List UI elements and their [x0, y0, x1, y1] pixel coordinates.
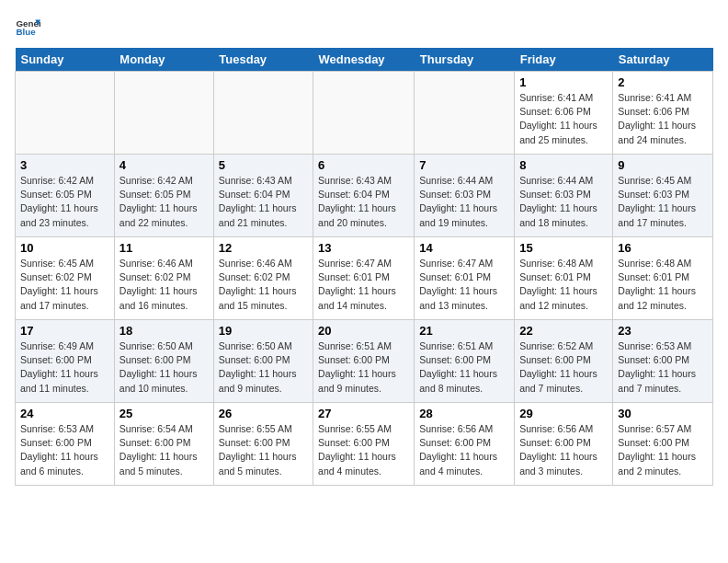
logo-icon: General Blue — [15, 15, 40, 40]
weekday-header-row: SundayMondayTuesdayWednesdayThursdayFrid… — [16, 48, 713, 72]
day-info: Sunrise: 6:50 AM Sunset: 6:00 PM Dayligh… — [119, 339, 209, 396]
day-number: 19 — [219, 324, 308, 338]
day-info: Sunrise: 6:48 AM Sunset: 6:01 PM Dayligh… — [519, 257, 608, 313]
calendar-cell: 26Sunrise: 6:55 AM Sunset: 6:00 PM Dayli… — [213, 403, 313, 486]
calendar-cell: 28Sunrise: 6:56 AM Sunset: 6:00 PM Dayli… — [415, 403, 515, 486]
weekday-header-wednesday: Wednesday — [313, 48, 415, 72]
day-number: 6 — [318, 158, 409, 172]
day-info: Sunrise: 6:52 AM Sunset: 6:00 PM Dayligh… — [519, 339, 608, 396]
calendar-cell: 10Sunrise: 6:45 AM Sunset: 6:02 PM Dayli… — [16, 237, 115, 320]
day-number: 29 — [519, 407, 608, 420]
day-info: Sunrise: 6:41 AM Sunset: 6:06 PM Dayligh… — [519, 91, 608, 147]
day-number: 2 — [618, 75, 708, 89]
week-row-4: 17Sunrise: 6:49 AM Sunset: 6:00 PM Dayli… — [16, 320, 713, 403]
weekday-header-sunday: Sunday — [16, 48, 115, 72]
calendar-cell: 12Sunrise: 6:46 AM Sunset: 6:02 PM Dayli… — [213, 237, 313, 320]
day-number: 27 — [318, 407, 409, 420]
calendar-cell: 19Sunrise: 6:50 AM Sunset: 6:00 PM Dayli… — [213, 320, 313, 403]
day-number: 10 — [20, 241, 109, 255]
weekday-header-monday: Monday — [114, 48, 213, 72]
day-info: Sunrise: 6:47 AM Sunset: 6:01 PM Dayligh… — [318, 257, 409, 313]
calendar-cell — [415, 72, 515, 155]
calendar-cell: 20Sunrise: 6:51 AM Sunset: 6:00 PM Dayli… — [313, 320, 415, 403]
week-row-5: 24Sunrise: 6:53 AM Sunset: 6:00 PM Dayli… — [16, 403, 713, 486]
day-info: Sunrise: 6:55 AM Sunset: 6:00 PM Dayligh… — [318, 422, 409, 478]
day-info: Sunrise: 6:42 AM Sunset: 6:05 PM Dayligh… — [119, 174, 209, 230]
calendar-cell: 16Sunrise: 6:48 AM Sunset: 6:01 PM Dayli… — [613, 237, 713, 320]
day-info: Sunrise: 6:53 AM Sunset: 6:00 PM Dayligh… — [20, 422, 109, 478]
week-row-1: 1Sunrise: 6:41 AM Sunset: 6:06 PM Daylig… — [16, 72, 713, 155]
day-number: 24 — [20, 407, 109, 420]
day-info: Sunrise: 6:49 AM Sunset: 6:00 PM Dayligh… — [20, 339, 109, 396]
day-info: Sunrise: 6:44 AM Sunset: 6:03 PM Dayligh… — [419, 174, 509, 230]
calendar-cell: 22Sunrise: 6:52 AM Sunset: 6:00 PM Dayli… — [515, 320, 613, 403]
calendar-cell: 25Sunrise: 6:54 AM Sunset: 6:00 PM Dayli… — [114, 403, 213, 486]
calendar-cell — [213, 72, 313, 155]
day-info: Sunrise: 6:45 AM Sunset: 6:02 PM Dayligh… — [20, 257, 109, 313]
calendar-cell: 1Sunrise: 6:41 AM Sunset: 6:06 PM Daylig… — [515, 72, 613, 155]
day-number: 4 — [119, 158, 209, 172]
day-info: Sunrise: 6:47 AM Sunset: 6:01 PM Dayligh… — [419, 257, 509, 313]
day-number: 1 — [519, 75, 608, 89]
day-number: 30 — [618, 407, 708, 420]
day-number: 20 — [318, 324, 409, 338]
calendar-cell: 11Sunrise: 6:46 AM Sunset: 6:02 PM Dayli… — [114, 237, 213, 320]
day-number: 22 — [519, 324, 608, 338]
day-info: Sunrise: 6:43 AM Sunset: 6:04 PM Dayligh… — [318, 174, 409, 230]
day-number: 17 — [20, 324, 109, 338]
day-number: 16 — [618, 241, 708, 255]
weekday-header-thursday: Thursday — [415, 48, 515, 72]
svg-text:Blue: Blue — [16, 27, 36, 37]
day-number: 28 — [419, 407, 509, 420]
calendar-cell: 4Sunrise: 6:42 AM Sunset: 6:05 PM Daylig… — [114, 155, 213, 237]
day-number: 3 — [20, 158, 109, 172]
day-info: Sunrise: 6:42 AM Sunset: 6:05 PM Dayligh… — [20, 174, 109, 230]
week-row-3: 10Sunrise: 6:45 AM Sunset: 6:02 PM Dayli… — [16, 237, 713, 320]
day-number: 8 — [519, 158, 608, 172]
calendar-cell: 27Sunrise: 6:55 AM Sunset: 6:00 PM Dayli… — [313, 403, 415, 486]
logo: General Blue — [15, 15, 40, 40]
day-info: Sunrise: 6:43 AM Sunset: 6:04 PM Dayligh… — [219, 174, 308, 230]
day-number: 13 — [318, 241, 409, 255]
week-row-2: 3Sunrise: 6:42 AM Sunset: 6:05 PM Daylig… — [16, 155, 713, 237]
day-number: 5 — [219, 158, 308, 172]
day-info: Sunrise: 6:54 AM Sunset: 6:00 PM Dayligh… — [119, 422, 209, 478]
calendar-cell: 29Sunrise: 6:56 AM Sunset: 6:00 PM Dayli… — [515, 403, 613, 486]
calendar-cell: 23Sunrise: 6:53 AM Sunset: 6:00 PM Dayli… — [613, 320, 713, 403]
day-info: Sunrise: 6:53 AM Sunset: 6:00 PM Dayligh… — [618, 339, 708, 396]
calendar-cell: 8Sunrise: 6:44 AM Sunset: 6:03 PM Daylig… — [515, 155, 613, 237]
day-number: 9 — [618, 158, 708, 172]
day-info: Sunrise: 6:51 AM Sunset: 6:00 PM Dayligh… — [419, 339, 509, 396]
calendar-cell: 13Sunrise: 6:47 AM Sunset: 6:01 PM Dayli… — [313, 237, 415, 320]
day-number: 18 — [119, 324, 209, 338]
weekday-header-tuesday: Tuesday — [213, 48, 313, 72]
day-info: Sunrise: 6:46 AM Sunset: 6:02 PM Dayligh… — [119, 257, 209, 313]
calendar-cell: 9Sunrise: 6:45 AM Sunset: 6:03 PM Daylig… — [613, 155, 713, 237]
weekday-header-saturday: Saturday — [613, 48, 713, 72]
day-info: Sunrise: 6:57 AM Sunset: 6:00 PM Dayligh… — [618, 422, 708, 478]
day-info: Sunrise: 6:56 AM Sunset: 6:00 PM Dayligh… — [519, 422, 608, 478]
calendar-cell: 2Sunrise: 6:41 AM Sunset: 6:06 PM Daylig… — [613, 72, 713, 155]
calendar-cell: 6Sunrise: 6:43 AM Sunset: 6:04 PM Daylig… — [313, 155, 415, 237]
page-header: General Blue — [15, 15, 713, 40]
day-number: 7 — [419, 158, 509, 172]
day-info: Sunrise: 6:55 AM Sunset: 6:00 PM Dayligh… — [219, 422, 308, 478]
calendar-table: SundayMondayTuesdayWednesdayThursdayFrid… — [15, 48, 713, 486]
day-info: Sunrise: 6:48 AM Sunset: 6:01 PM Dayligh… — [618, 257, 708, 313]
calendar-cell: 7Sunrise: 6:44 AM Sunset: 6:03 PM Daylig… — [415, 155, 515, 237]
day-info: Sunrise: 6:41 AM Sunset: 6:06 PM Dayligh… — [618, 91, 708, 147]
calendar-cell — [114, 72, 213, 155]
calendar-cell: 18Sunrise: 6:50 AM Sunset: 6:00 PM Dayli… — [114, 320, 213, 403]
calendar-cell: 3Sunrise: 6:42 AM Sunset: 6:05 PM Daylig… — [16, 155, 115, 237]
calendar-cell: 15Sunrise: 6:48 AM Sunset: 6:01 PM Dayli… — [515, 237, 613, 320]
calendar-cell: 30Sunrise: 6:57 AM Sunset: 6:00 PM Dayli… — [613, 403, 713, 486]
day-info: Sunrise: 6:45 AM Sunset: 6:03 PM Dayligh… — [618, 174, 708, 230]
calendar-cell: 21Sunrise: 6:51 AM Sunset: 6:00 PM Dayli… — [415, 320, 515, 403]
day-number: 21 — [419, 324, 509, 338]
day-number: 12 — [219, 241, 308, 255]
day-info: Sunrise: 6:44 AM Sunset: 6:03 PM Dayligh… — [519, 174, 608, 230]
day-info: Sunrise: 6:50 AM Sunset: 6:00 PM Dayligh… — [219, 339, 308, 396]
day-info: Sunrise: 6:51 AM Sunset: 6:00 PM Dayligh… — [318, 339, 409, 396]
weekday-header-friday: Friday — [515, 48, 613, 72]
calendar-cell: 24Sunrise: 6:53 AM Sunset: 6:00 PM Dayli… — [16, 403, 115, 486]
